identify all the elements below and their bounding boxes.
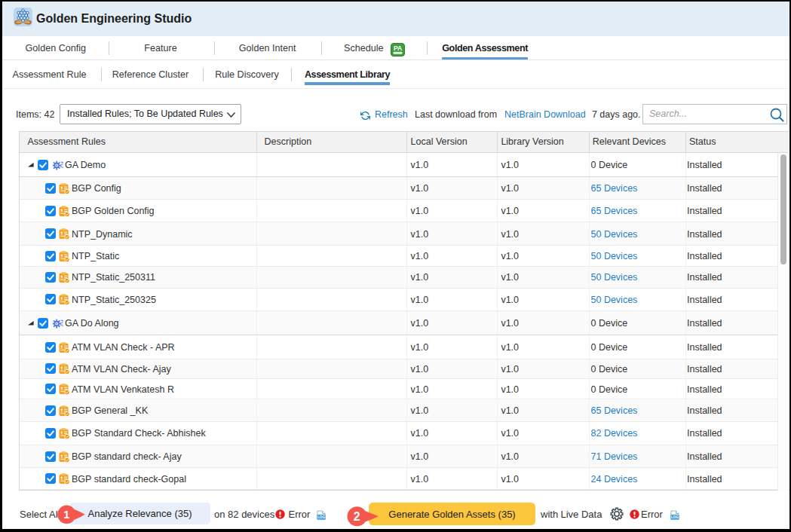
svg-text:1: 1 [63, 508, 69, 520]
svg-text:2: 2 [354, 510, 360, 523]
svg-text:LOG: LOG [671, 515, 679, 519]
svg-text:PA: PA [394, 44, 402, 52]
svg-text:LOG: LOG [317, 515, 325, 519]
